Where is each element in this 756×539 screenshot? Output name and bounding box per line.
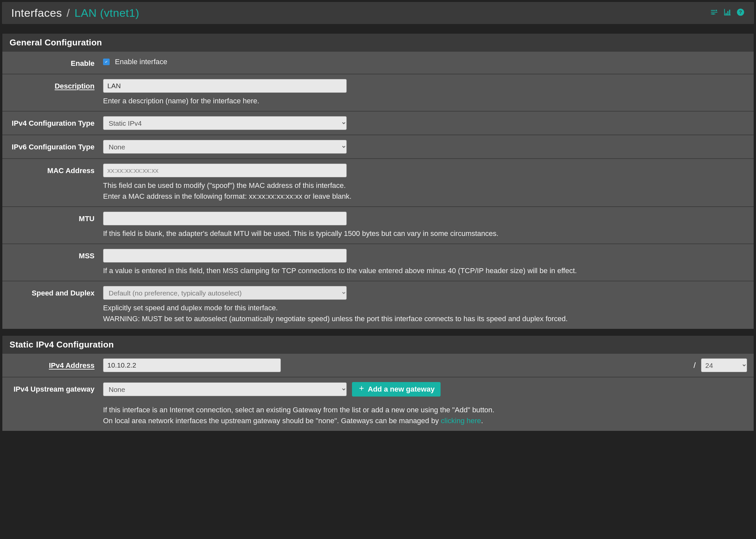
- svg-text:?: ?: [739, 9, 742, 15]
- panel-general-configuration: General Configuration Enable Enable inte…: [2, 33, 754, 329]
- help-speed-2: WARNING: MUST be set to autoselect (auto…: [103, 313, 747, 324]
- help-speed-1: Explicitly set speed and duplex mode for…: [103, 302, 747, 313]
- label-enable: Enable: [2, 56, 101, 69]
- breadcrumb: Interfaces / LAN (vtnet1): [11, 7, 139, 19]
- panel-heading-general: General Configuration: [2, 34, 754, 52]
- label-mtu: MTU: [2, 212, 101, 239]
- help-icon[interactable]: ?: [736, 8, 745, 19]
- help-gateway-1: If this interface is an Internet connect…: [103, 404, 747, 415]
- stats-icon[interactable]: [723, 8, 732, 19]
- label-ipv4-type: IPv4 Configuration Type: [2, 116, 101, 130]
- checkbox-enable-interface[interactable]: [103, 58, 110, 65]
- select-speed-duplex[interactable]: Default (no preference, typically autose…: [103, 286, 347, 300]
- breadcrumb-current[interactable]: LAN (vtnet1): [74, 7, 139, 19]
- input-description[interactable]: [103, 79, 347, 93]
- svg-point-1: [713, 13, 714, 15]
- help-mac-2: Enter a MAC address in the following for…: [103, 191, 747, 202]
- select-ipv6-type[interactable]: None: [103, 140, 347, 154]
- help-gateway-2: On local area network interfaces the ups…: [103, 415, 747, 426]
- panel-static-ipv4: Static IPv4 Configuration IPv4 Address /…: [2, 335, 754, 431]
- plus-icon: [358, 385, 365, 394]
- svg-point-0: [715, 10, 717, 11]
- label-mac-address: MAC Address: [2, 164, 101, 202]
- page-header: Interfaces / LAN (vtnet1) ?: [2, 2, 754, 24]
- label-ipv4-upstream-gateway: IPv4 Upstream gateway: [2, 382, 101, 426]
- settings-icon[interactable]: [710, 8, 718, 19]
- help-mac-1: This field can be used to modify ("spoof…: [103, 180, 747, 191]
- help-mss: If a value is entered in this field, the…: [103, 265, 747, 276]
- checkbox-enable-label: Enable interface: [115, 56, 167, 67]
- input-mtu[interactable]: [103, 212, 347, 225]
- button-add-new-gateway[interactable]: Add a new gateway: [352, 382, 441, 397]
- label-ipv4-address: IPv4 Address: [2, 358, 101, 372]
- help-description: Enter a description (name) for the inter…: [103, 96, 747, 106]
- label-ipv6-type: IPv6 Configuration Type: [2, 140, 101, 154]
- label-description: Description: [2, 79, 101, 106]
- breadcrumb-separator: /: [66, 7, 70, 19]
- input-ipv4-address[interactable]: [103, 358, 281, 372]
- input-mss[interactable]: [103, 249, 347, 263]
- panel-heading-static-ipv4: Static IPv4 Configuration: [2, 336, 754, 354]
- link-manage-gateways[interactable]: clicking here: [441, 417, 481, 425]
- label-speed-duplex: Speed and Duplex: [2, 286, 101, 324]
- select-ipv4-gateway[interactable]: None: [103, 382, 347, 396]
- button-add-new-gateway-label: Add a new gateway: [368, 385, 435, 394]
- label-mss: MSS: [2, 249, 101, 276]
- breadcrumb-root[interactable]: Interfaces: [11, 7, 62, 19]
- help-mtu: If this field is blank, the adapter's de…: [103, 228, 747, 239]
- input-mac-address[interactable]: [103, 164, 347, 177]
- select-ipv4-cidr[interactable]: 24: [701, 358, 747, 372]
- select-ipv4-type[interactable]: Static IPv4: [103, 116, 347, 130]
- cidr-separator: /: [694, 359, 696, 371]
